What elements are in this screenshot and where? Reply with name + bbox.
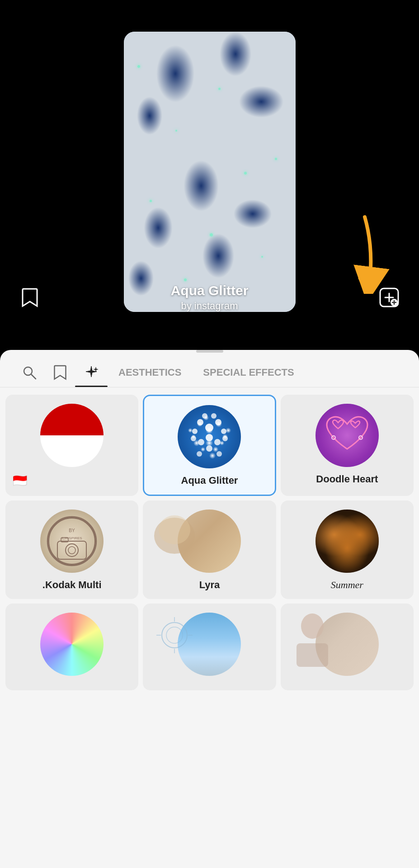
effect-card-kodak[interactable]: BY IURISPIRES .Kodak Multi (5, 500, 138, 599)
svg-point-9 (192, 429, 198, 434)
effect-label-lyra: Lyra (199, 579, 220, 591)
effect-card-sky[interactable] (143, 604, 276, 690)
svg-point-12 (198, 439, 204, 445)
effect-thumb-sky (178, 613, 241, 676)
svg-point-27 (66, 544, 78, 557)
svg-point-28 (68, 547, 75, 554)
effect-thumb-portrait (315, 613, 379, 676)
effect-card-doodle-heart[interactable]: Doodle Heart (281, 395, 414, 496)
effect-thumb-lyra (178, 509, 241, 573)
effect-thumb-flag (40, 404, 104, 467)
tab-aesthetics[interactable]: AESTHETICS (108, 362, 192, 385)
svg-point-19 (197, 451, 202, 457)
arrow-annotation (338, 212, 392, 294)
svg-point-16 (202, 413, 207, 419)
svg-point-33 (178, 627, 183, 643)
svg-point-17 (211, 413, 217, 419)
effect-label-summer: Summer (331, 579, 363, 591)
svg-point-13 (214, 439, 221, 445)
svg-point-15 (222, 436, 228, 441)
tab-effects[interactable] (75, 360, 108, 387)
svg-point-14 (191, 436, 196, 441)
effect-label-aqua: Aqua Glitter (181, 475, 238, 486)
svg-point-38 (315, 613, 324, 639)
svg-point-11 (206, 434, 213, 441)
svg-point-10 (221, 429, 226, 434)
svg-point-8 (215, 419, 221, 425)
camera-floral-bg (124, 32, 296, 312)
kodak-camera-svg: BY IURISPIRES (45, 514, 99, 568)
effect-thumb-kodak: BY IURISPIRES (40, 509, 104, 573)
add-to-story-button[interactable] (377, 286, 401, 309)
filter-actions-bar: Aqua Glitter by instagram (0, 283, 419, 312)
tab-bar: AESTHETICS SPECIAL EFFECTS (0, 353, 419, 387)
effect-card-aqua-glitter[interactable]: Aqua Glitter (143, 395, 276, 496)
tab-saved[interactable] (45, 360, 75, 387)
bookmark-button[interactable] (18, 286, 42, 309)
svg-point-6 (205, 424, 213, 432)
svg-text:BY: BY (69, 528, 75, 533)
svg-text:IURISPIRES: IURISPIRES (61, 536, 82, 540)
camera-preview (124, 32, 296, 312)
effect-card-flag[interactable]: 🇮🇩 (5, 395, 138, 496)
effect-card-holo[interactable] (5, 604, 138, 690)
tab-search[interactable] (14, 360, 45, 387)
effect-card-lyra[interactable]: Lyra (143, 500, 276, 599)
effects-grid: 🇮🇩 (0, 387, 419, 698)
svg-line-5 (31, 374, 36, 379)
effect-thumb-holo (40, 613, 104, 676)
svg-point-20 (217, 451, 222, 457)
doodle-heart-svg (325, 415, 370, 456)
effect-label-kodak: .Kodak Multi (42, 579, 102, 591)
effect-thumb-aqua (178, 405, 241, 468)
filter-author: by instagram (42, 300, 377, 312)
svg-point-7 (197, 419, 203, 425)
svg-rect-39 (315, 643, 328, 667)
tab-special-effects[interactable]: SPECIAL EFFECTS (192, 362, 305, 385)
camera-area: Aqua Glitter by instagram (0, 0, 419, 344)
effect-card-portrait[interactable] (281, 604, 414, 690)
flag-emoji: 🇮🇩 (13, 474, 27, 488)
effect-thumb-doodle (315, 404, 379, 467)
effect-card-summer[interactable]: Summer (281, 500, 414, 599)
bottom-sheet: AESTHETICS SPECIAL EFFECTS 🇮🇩 (0, 350, 419, 868)
filter-name-area: Aqua Glitter by instagram (42, 283, 377, 312)
effect-thumb-summer (315, 509, 379, 573)
svg-point-18 (206, 445, 212, 452)
filter-title: Aqua Glitter (42, 283, 377, 298)
effect-label-doodle: Doodle Heart (316, 473, 378, 485)
